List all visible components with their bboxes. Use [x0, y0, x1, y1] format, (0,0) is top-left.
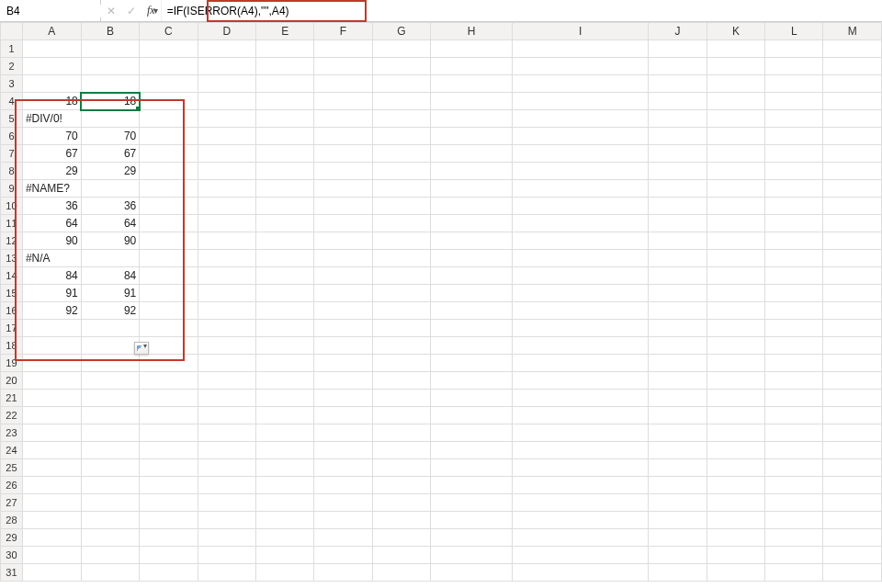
cell-E1[interactable] [255, 40, 313, 58]
cell-H6[interactable] [431, 128, 513, 145]
cell-B10[interactable]: 36 [81, 198, 139, 215]
cell-H10[interactable] [431, 198, 513, 215]
row-header-8[interactable]: 8 [1, 163, 23, 180]
cell-H9[interactable] [431, 180, 513, 198]
cell-E12[interactable] [255, 232, 313, 250]
cell-H22[interactable] [431, 407, 513, 424]
cell-K23[interactable] [707, 424, 764, 442]
row-header-30[interactable]: 30 [1, 547, 23, 564]
cell-M12[interactable] [823, 232, 882, 250]
cell-H28[interactable] [431, 512, 513, 529]
cell-K22[interactable] [707, 407, 764, 424]
cell-K31[interactable] [707, 564, 764, 582]
cell-H31[interactable] [431, 564, 513, 582]
cell-L6[interactable] [765, 128, 823, 145]
cell-L31[interactable] [765, 564, 823, 582]
cell-E13[interactable] [255, 250, 313, 267]
cell-H12[interactable] [431, 232, 513, 250]
row-header-21[interactable]: 21 [1, 390, 23, 407]
cell-I16[interactable] [513, 302, 649, 320]
cell-K17[interactable] [707, 320, 764, 337]
cell-K10[interactable] [707, 198, 764, 215]
row-header-20[interactable]: 20 [1, 372, 23, 390]
cell-L24[interactable] [765, 442, 823, 459]
cell-G17[interactable] [372, 320, 430, 337]
cell-J4[interactable] [649, 93, 707, 110]
cell-C29[interactable] [140, 529, 198, 547]
cell-E4[interactable] [255, 93, 313, 110]
cell-D18[interactable] [198, 337, 255, 355]
cell-A31[interactable] [22, 564, 81, 582]
cell-J19[interactable] [649, 355, 707, 372]
cell-F9[interactable] [314, 180, 372, 198]
cell-K3[interactable] [707, 75, 764, 93]
cell-D25[interactable] [198, 459, 255, 477]
cell-M15[interactable] [823, 285, 882, 302]
enter-icon[interactable]: ✓ [127, 5, 136, 17]
cell-E31[interactable] [255, 564, 313, 582]
cell-D28[interactable] [198, 512, 255, 529]
row-header-6[interactable]: 6 [1, 128, 23, 145]
cell-I28[interactable] [513, 512, 649, 529]
cell-L1[interactable] [765, 40, 823, 58]
cell-B9[interactable] [81, 180, 139, 198]
cell-F14[interactable] [314, 267, 372, 285]
cell-D9[interactable] [198, 180, 255, 198]
cell-I23[interactable] [513, 424, 649, 442]
cell-M6[interactable] [823, 128, 882, 145]
cell-B14[interactable]: 84 [81, 267, 139, 285]
cell-B15[interactable]: 91 [81, 285, 139, 302]
cell-J13[interactable] [649, 250, 707, 267]
cell-F11[interactable] [314, 215, 372, 232]
cell-A9[interactable]: #NAME? [22, 180, 81, 198]
cell-F5[interactable] [314, 110, 372, 128]
column-header-F[interactable]: F [314, 23, 372, 40]
cell-K5[interactable] [707, 110, 764, 128]
column-header-G[interactable]: G [372, 23, 430, 40]
cell-H23[interactable] [431, 424, 513, 442]
cell-H29[interactable] [431, 529, 513, 547]
cell-K24[interactable] [707, 442, 764, 459]
row-header-17[interactable]: 17 [1, 320, 23, 337]
cell-D1[interactable] [198, 40, 255, 58]
cell-L4[interactable] [765, 93, 823, 110]
cell-I30[interactable] [513, 547, 649, 564]
cell-G18[interactable] [372, 337, 430, 355]
cell-J10[interactable] [649, 198, 707, 215]
cell-B11[interactable]: 64 [81, 215, 139, 232]
cell-I15[interactable] [513, 285, 649, 302]
cell-F1[interactable] [314, 40, 372, 58]
cell-H30[interactable] [431, 547, 513, 564]
row-header-7[interactable]: 7 [1, 145, 23, 163]
row-header-2[interactable]: 2 [1, 58, 23, 75]
row-header-14[interactable]: 14 [1, 267, 23, 285]
cell-K26[interactable] [707, 477, 764, 494]
cell-F25[interactable] [314, 459, 372, 477]
cell-A20[interactable] [22, 372, 81, 390]
cell-K27[interactable] [707, 494, 764, 512]
cell-H17[interactable] [431, 320, 513, 337]
cell-D30[interactable] [198, 547, 255, 564]
cell-L19[interactable] [765, 355, 823, 372]
cell-G19[interactable] [372, 355, 430, 372]
cell-M28[interactable] [823, 512, 882, 529]
cell-F13[interactable] [314, 250, 372, 267]
row-header-9[interactable]: 9 [1, 180, 23, 198]
cell-I18[interactable] [513, 337, 649, 355]
autofill-options-button[interactable] [134, 342, 149, 355]
cell-M24[interactable] [823, 442, 882, 459]
cell-C25[interactable] [140, 459, 198, 477]
row-header-24[interactable]: 24 [1, 442, 23, 459]
cell-F27[interactable] [314, 494, 372, 512]
cell-J1[interactable] [649, 40, 707, 58]
cell-F6[interactable] [314, 128, 372, 145]
cell-M16[interactable] [823, 302, 882, 320]
cell-H20[interactable] [431, 372, 513, 390]
cell-J21[interactable] [649, 390, 707, 407]
cell-D7[interactable] [198, 145, 255, 163]
cell-G11[interactable] [372, 215, 430, 232]
cell-C9[interactable] [140, 180, 198, 198]
cell-E5[interactable] [255, 110, 313, 128]
cell-F18[interactable] [314, 337, 372, 355]
cell-G28[interactable] [372, 512, 430, 529]
